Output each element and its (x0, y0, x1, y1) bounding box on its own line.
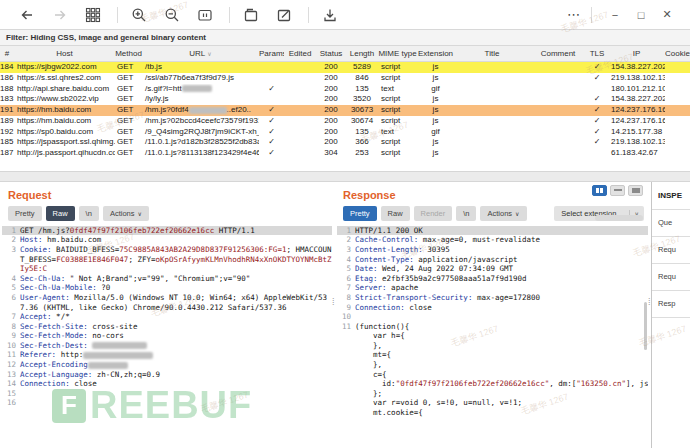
table-row[interactable]: 184https://sjbgw2022.comGET/tb.js2005289… (0, 62, 690, 73)
table-row[interactable]: 191https://hm.baidu.comGET/hm.js?0fdf4..… (0, 105, 690, 116)
save-icon[interactable] (319, 6, 341, 24)
url-text: /11.0.1.js?8113138f123429f4e461.. (145, 148, 259, 157)
code-token: User-Agent: (20, 293, 70, 302)
col-header-title[interactable]: Title (454, 46, 530, 61)
inspector-item[interactable]: Requ (652, 264, 690, 291)
col-header-comment[interactable]: Comment (530, 46, 586, 61)
tab-raw[interactable]: Raw (46, 206, 75, 221)
cell-length: 135 (346, 84, 378, 95)
splitter-handle-icon: ⁞ (332, 300, 335, 304)
scrollbar-thumb[interactable] (595, 215, 643, 221)
line-number: 1 (337, 226, 351, 236)
tab-actions[interactable]: Actions∨ (480, 206, 526, 221)
cell-method: GET (115, 62, 142, 73)
code-token: no-cors (88, 331, 124, 340)
table-row[interactable]: 188http://api.share.baidu.comGET/s.gif?l… (0, 84, 690, 95)
col-header-length[interactable]: Length (346, 46, 378, 61)
scrollbar-thumb[interactable] (644, 302, 647, 350)
tab-nl[interactable]: \n (456, 206, 476, 221)
line-text (20, 389, 332, 399)
table-row[interactable]: 192https://sp0.baidu.comGET/9_Q4simg2RQJ… (0, 127, 690, 138)
edit-request-icon[interactable] (273, 6, 295, 24)
code-token: Sec-Fetch-Mode: (20, 331, 88, 340)
maximize-button[interactable]: □ (628, 9, 654, 21)
table-row[interactable]: 186https://s.ssl.qhres2.comGET/ssl/ab77b… (0, 73, 690, 84)
tab-pretty[interactable]: Pretty (343, 206, 377, 221)
more-options-icon[interactable]: ⋯ (559, 7, 589, 22)
cell-ext: js (417, 73, 454, 84)
response-panel[interactable]: Response PrettyRawRender\nActions∨Select… (337, 182, 648, 448)
col-header-label: Length (350, 49, 374, 58)
tab-label: Raw (53, 209, 68, 218)
col-header-ip[interactable]: IP (608, 46, 665, 61)
col-header-status[interactable]: Status (316, 46, 346, 61)
tab-nl[interactable]: \n (79, 206, 99, 221)
cell-method: GET (115, 116, 142, 127)
col-header-tls[interactable]: TLS (586, 46, 608, 61)
cell-host: https://hm.baidu.com (14, 116, 115, 127)
response-line: mt.cookie={ (337, 408, 648, 418)
line-text: Host: hm.baidu.com (20, 235, 332, 245)
table-row[interactable]: 183https://www.sb2022.vipGET/ly/ly.js200… (0, 94, 690, 105)
forward-icon[interactable] (49, 6, 71, 24)
line-number (337, 350, 351, 360)
line-number (337, 379, 351, 389)
response-editor[interactable]: 1HTTP/1.1 200 OK2Cache-Control: max-age=… (337, 226, 648, 418)
tab-pretty[interactable]: Pretty (8, 206, 42, 221)
open-window-icon[interactable] (240, 6, 262, 24)
col-header-params[interactable]: Params (259, 46, 284, 61)
sort-indicator-icon: ∨ (207, 51, 211, 57)
col-header-num[interactable]: # (0, 46, 14, 61)
code-token: mt={ (355, 350, 391, 359)
table-row[interactable]: 185https://jspassport.ssl.qhimg...GET/11… (0, 137, 690, 148)
layout-single-button[interactable] (628, 185, 643, 196)
code-token: 0fdf47f97f2106feb722ef20662e16cc (70, 226, 215, 235)
col-header-host[interactable]: Host (14, 46, 115, 61)
back-icon[interactable] (16, 6, 38, 24)
tab-render[interactable]: Render (414, 206, 453, 221)
code-token: Accept-Encoding (20, 360, 88, 369)
col-header-ext[interactable]: Extension (417, 46, 454, 61)
filter-bar[interactable]: Filter: Hiding CSS, image and general bi… (0, 29, 690, 46)
code-token: Connection: (355, 303, 405, 312)
line-number: 6 (337, 274, 351, 284)
grid-view-icon[interactable] (82, 6, 104, 24)
cell-num: 183 (0, 94, 14, 105)
col-header-url[interactable]: URL∨ (142, 46, 259, 61)
line-number: 7 (337, 283, 351, 293)
close-button[interactable]: ✕ (654, 8, 680, 21)
zoom-in-icon[interactable] (128, 6, 150, 24)
horizontal-splitter[interactable] (0, 171, 690, 182)
zoom-out-icon[interactable] (161, 6, 183, 24)
col-header-mime[interactable]: MIME type (378, 46, 417, 61)
cell-host: http://api.share.baidu.com (14, 84, 115, 95)
line-number: 9 (337, 303, 351, 313)
cell-num: 189 (0, 116, 14, 127)
col-header-edited[interactable]: Edited (284, 46, 316, 61)
tab-raw[interactable]: Raw (381, 206, 410, 221)
layout-rows-button[interactable] (610, 185, 625, 196)
col-header-label: Params (259, 49, 284, 58)
col-header-cookie[interactable]: Cookie (665, 46, 690, 61)
inspector-item[interactable]: Requ (652, 237, 690, 264)
col-header-label: Status (320, 49, 343, 58)
cell-url: /ssl/ab77b6ea7f3f9d79.js (142, 73, 259, 84)
request-editor[interactable]: 1GET /hm.js?0fdf47f97f2106feb722ef20662e… (2, 226, 332, 408)
vertical-splitter[interactable]: ⁞ (648, 182, 651, 448)
request-line: 14Connection: close (2, 379, 332, 389)
minimize-button[interactable]: − (602, 9, 628, 21)
tab-actions[interactable]: Actions∨ (103, 206, 149, 221)
filter-text: Filter: Hiding CSS, image and general bi… (6, 33, 206, 42)
request-line: 1GET /hm.js?0fdf47f97f2106feb722ef20662e… (2, 226, 332, 236)
reset-zoom-icon[interactable] (194, 6, 216, 24)
col-header-method[interactable]: Method (115, 46, 142, 61)
layout-columns-button[interactable] (592, 185, 607, 196)
inspector-item[interactable]: Resp (652, 291, 690, 318)
cell-ext: js (417, 94, 454, 105)
response-line: 8Strict-Transport-Security: max-age=1728… (337, 293, 648, 303)
col-header-label: Comment (541, 49, 576, 58)
table-row[interactable]: 187http://js.passport.qihucdn.co..GET/11… (0, 148, 690, 159)
table-row[interactable]: 189https://hm.baidu.comGET/hm.js?02bccd4… (0, 116, 690, 127)
inspector-item[interactable]: Que (652, 210, 690, 237)
request-panel[interactable]: Request PrettyRaw\nActions∨ 1GET /hm.js?… (0, 182, 332, 448)
